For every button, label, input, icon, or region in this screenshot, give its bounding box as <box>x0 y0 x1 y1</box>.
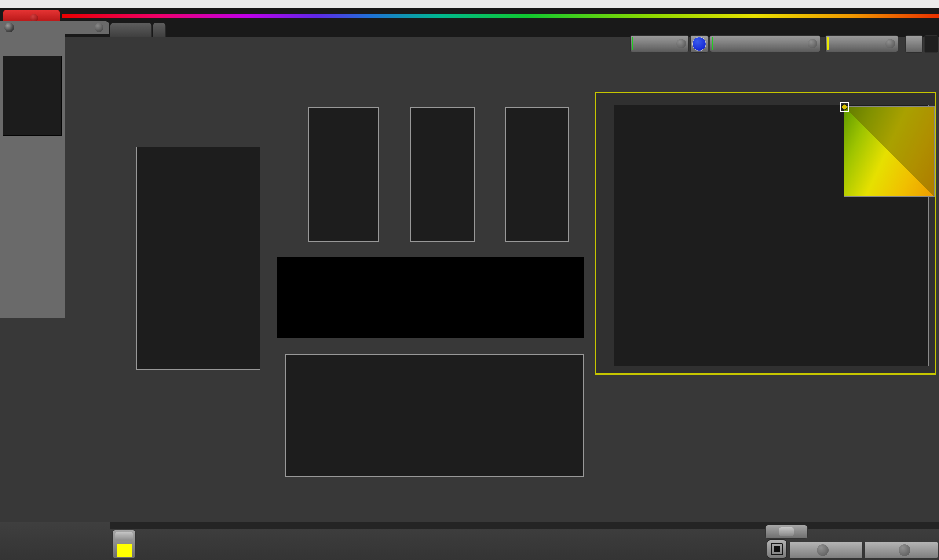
meter-status-bar <box>632 37 634 50</box>
meter-reading-button[interactable] <box>690 35 708 53</box>
meter-dropdown[interactable] <box>630 35 689 52</box>
chevron-double-left-icon <box>817 544 829 556</box>
chevron-down-icon <box>30 14 38 22</box>
workflow-tree <box>3 56 62 135</box>
delta-h-chart <box>506 107 569 242</box>
current-patch-color <box>117 543 132 557</box>
display-window-button[interactable] <box>766 540 787 558</box>
workflow-sidebar <box>0 34 65 318</box>
sidebar-collapse-button[interactable] <box>95 23 103 32</box>
reading-count-badge <box>692 37 706 51</box>
rgb-balance-chart <box>136 146 261 370</box>
chevron-down-icon <box>808 39 817 48</box>
expand-patches-button[interactable] <box>115 532 133 541</box>
cie-zoom-inset <box>843 106 934 197</box>
chevron-double-right-icon <box>899 544 910 556</box>
cie-inset-measured-marker <box>842 104 848 110</box>
delta-l-chart <box>308 107 379 242</box>
calman-app-window <box>0 0 939 560</box>
deltae-2000-chart <box>285 354 584 477</box>
sidebar-header <box>0 21 109 34</box>
swatch-comparison-panel <box>277 257 584 338</box>
chevron-down-icon <box>885 39 895 48</box>
workflow-menu-button[interactable] <box>5 23 14 32</box>
pattern-status-bar <box>712 37 714 50</box>
chevron-down-icon <box>676 39 686 48</box>
display-window-icon <box>771 543 783 555</box>
patch-options-panel <box>112 530 136 558</box>
bottom-toolbar-divider <box>110 522 939 529</box>
tab-history-1[interactable] <box>110 23 152 37</box>
collapse-panel-button[interactable] <box>924 35 938 53</box>
expand-controls-button[interactable] <box>765 525 808 539</box>
display-status-bar <box>827 37 829 50</box>
settings-button[interactable] <box>905 35 923 53</box>
cie-inset-gamut-edge <box>844 107 934 197</box>
delta-c-chart <box>410 107 475 242</box>
pattern-generator-dropdown[interactable] <box>710 35 820 52</box>
chevron-up-icon <box>779 528 794 536</box>
bottom-toolbar <box>0 522 939 560</box>
rainbow-gradient-bar <box>62 14 939 18</box>
back-button[interactable] <box>789 542 863 558</box>
next-button[interactable] <box>864 542 938 558</box>
new-tab-button[interactable] <box>153 23 166 37</box>
window-titlebar <box>0 0 939 8</box>
display-control-dropdown[interactable] <box>825 35 898 52</box>
